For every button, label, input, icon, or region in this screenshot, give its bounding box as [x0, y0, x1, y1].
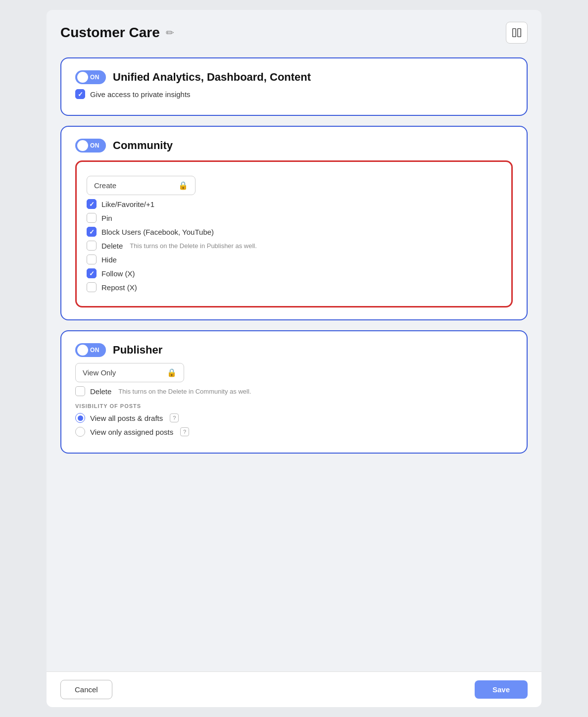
block-checkbox[interactable]: [87, 227, 97, 237]
private-insights-label: Give access to private insights: [90, 90, 191, 99]
community-toggle-label: ON: [90, 142, 99, 149]
all-posts-radio[interactable]: [75, 413, 85, 423]
assigned-posts-question-icon[interactable]: ?: [180, 427, 189, 436]
community-checkbox-delete: Delete This turns on the Delete in Publi…: [87, 241, 501, 251]
assigned-posts-label: View only assigned posts: [90, 428, 173, 436]
like-checkbox[interactable]: [87, 199, 97, 209]
block-label: Block Users (Facebook, YouTube): [101, 228, 214, 236]
community-checkbox-like: Like/Favorite/+1: [87, 199, 501, 209]
community-checkbox-hide: Hide: [87, 255, 501, 264]
community-lock-icon: 🔒: [178, 181, 188, 190]
publisher-lock-icon: 🔒: [167, 368, 177, 377]
publisher-toggle[interactable]: ON: [75, 343, 106, 357]
save-button[interactable]: Save: [475, 680, 528, 699]
assigned-posts-radio[interactable]: [75, 427, 85, 437]
analytics-card-header: ON Unified Analytics, Dashboard, Content: [75, 70, 513, 84]
community-create-select[interactable]: Create 🔒: [87, 176, 196, 195]
community-inner-box: Create 🔒 Like/Favorite/+1 Pin Block User…: [75, 160, 513, 307]
page-header: Customer Care ✏: [60, 22, 528, 48]
page-title: Customer Care: [60, 25, 160, 41]
community-checkbox-repost: Repost (X): [87, 282, 501, 292]
publisher-toggle-knob: [77, 345, 88, 356]
svg-rect-1: [518, 29, 521, 37]
private-insights-row: Give access to private insights: [75, 89, 513, 99]
publisher-delete-label: Delete: [90, 387, 111, 396]
community-toggle[interactable]: ON: [75, 139, 106, 153]
hide-checkbox[interactable]: [87, 255, 97, 264]
radio-assigned-posts: View only assigned posts ?: [75, 427, 513, 437]
private-insights-checkbox[interactable]: [75, 89, 85, 99]
columns-icon: [511, 27, 522, 38]
publisher-select-label: View Only: [83, 368, 116, 377]
page-footer: Cancel Save: [47, 671, 541, 707]
publisher-delete-sublabel: This turns on the Delete in Community as…: [118, 388, 251, 395]
analytics-toggle[interactable]: ON: [75, 70, 106, 84]
community-delete-label: Delete: [101, 242, 123, 250]
follow-label: Follow (X): [101, 269, 135, 278]
analytics-card: ON Unified Analytics, Dashboard, Content…: [60, 57, 528, 116]
edit-icon[interactable]: ✏: [166, 27, 174, 39]
community-delete-sublabel: This turns on the Delete in Publisher as…: [130, 242, 257, 250]
follow-checkbox[interactable]: [87, 268, 97, 278]
analytics-toggle-knob: [77, 72, 88, 83]
like-label: Like/Favorite/+1: [101, 200, 154, 208]
header-action-button[interactable]: [506, 22, 528, 44]
community-delete-checkbox[interactable]: [87, 241, 97, 251]
community-card-header: ON Community: [75, 139, 513, 153]
community-select-label: Create: [94, 181, 116, 190]
page-container: Customer Care ✏ ON Unified Analytics, Da…: [47, 10, 541, 707]
analytics-card-title: Unified Analytics, Dashboard, Content: [113, 71, 311, 84]
community-checkbox-pin: Pin: [87, 213, 501, 223]
community-card: ON Community Create 🔒 Like/Favorite/+1 P…: [60, 126, 528, 320]
hide-label: Hide: [101, 256, 117, 264]
radio-all-posts: View all posts & drafts ?: [75, 413, 513, 423]
all-posts-question-icon[interactable]: ?: [170, 413, 179, 422]
visibility-label: VISIBILITY OF POSTS: [75, 403, 513, 409]
publisher-delete-row: Delete This turns on the Delete in Commu…: [75, 386, 513, 396]
publisher-view-select[interactable]: View Only 🔒: [75, 363, 184, 382]
pin-label: Pin: [101, 214, 112, 222]
repost-checkbox[interactable]: [87, 282, 97, 292]
cancel-button[interactable]: Cancel: [60, 680, 112, 699]
community-checkbox-follow: Follow (X): [87, 268, 501, 278]
community-card-title: Community: [113, 139, 173, 152]
community-toggle-knob: [77, 140, 88, 151]
publisher-card-header: ON Publisher: [75, 343, 513, 357]
analytics-toggle-label: ON: [90, 74, 99, 81]
svg-rect-0: [513, 29, 516, 37]
publisher-delete-checkbox[interactable]: [75, 386, 85, 396]
publisher-card-title: Publisher: [113, 344, 162, 357]
publisher-toggle-label: ON: [90, 347, 99, 354]
community-checkbox-block: Block Users (Facebook, YouTube): [87, 227, 501, 237]
pin-checkbox[interactable]: [87, 213, 97, 223]
page-title-area: Customer Care ✏: [60, 25, 174, 41]
publisher-card: ON Publisher View Only 🔒 Delete This tur…: [60, 330, 528, 454]
all-posts-label: View all posts & drafts: [90, 414, 163, 422]
repost-label: Repost (X): [101, 283, 137, 292]
